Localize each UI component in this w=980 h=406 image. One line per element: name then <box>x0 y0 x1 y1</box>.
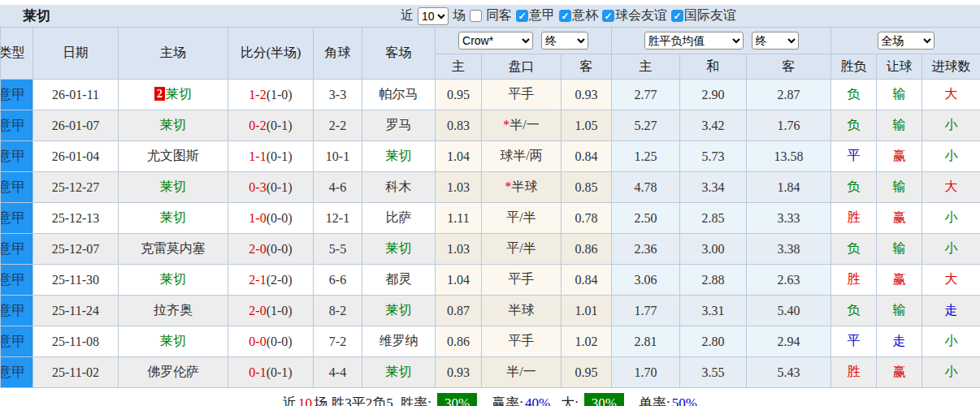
corner-cell: 7-2 <box>314 326 362 357</box>
halftime-score: (0-0) <box>267 335 293 348</box>
away-team-name: 维罗纳 <box>379 334 418 348</box>
home-team-cell: 莱切 <box>119 326 228 357</box>
home-team-cell: 尤文图斯 <box>119 141 228 172</box>
fulltime-score: 0-3 <box>249 180 266 194</box>
rank-badge: 2 <box>154 87 165 101</box>
filter-item: 意杯 <box>559 7 598 24</box>
away-team-name: 比萨 <box>386 210 412 224</box>
table-row: 意甲 25-12-13 莱切 1-0(0-0) 12-1 比萨 1.11 平/半… <box>1 203 980 234</box>
odds-home-cell: 0.93 <box>436 357 482 388</box>
spread-result-cell: 输 <box>877 110 922 141</box>
avg-home-cell: 1.70 <box>612 357 680 388</box>
handicap-cell: 平手 <box>482 326 562 357</box>
away-team-name: 莱切 <box>386 149 412 162</box>
home-team-cell: 莱切 <box>119 203 228 234</box>
league-cell: 意甲 <box>1 357 33 388</box>
home-team-name: 尤文图斯 <box>147 149 199 162</box>
table-row: 意甲 25-12-07 克雷莫内塞 2-0(0-0) 5-5 莱切 1.03 平… <box>1 234 980 265</box>
handicap-cell: *半球 <box>482 172 562 203</box>
avg-draw-cell: 2.90 <box>680 80 747 110</box>
corner-cell: 3-3 <box>314 80 362 110</box>
home-team-cell: 莱切 <box>119 110 228 141</box>
score-cell: 0-2(0-1) <box>228 110 314 141</box>
goals-result-cell: 小 <box>922 357 980 388</box>
result-cell: 负 <box>831 234 877 265</box>
avg-draw-cell: 3.00 <box>680 234 747 265</box>
avg-draw-cell: 3.55 <box>680 357 747 388</box>
halftime-score: (0-1) <box>267 180 293 194</box>
profit-value: 40% <box>525 395 550 406</box>
sub-header-odds-away: 客 <box>562 54 612 80</box>
filter-item: 球会友谊 <box>602 7 667 24</box>
avg-time-select[interactable]: 终 <box>752 32 799 50</box>
sub-header-avg-away: 客 <box>747 54 831 80</box>
score-cell: 2-0(0-0) <box>228 234 314 265</box>
sub-header-spread: 让球 <box>877 54 922 80</box>
corner-cell: 10-1 <box>314 141 362 172</box>
away-team-cell: 罗马 <box>362 110 436 141</box>
match-count-select[interactable]: 10 <box>418 7 449 25</box>
col-header-away: 客场 <box>362 28 436 80</box>
league-cell: 意甲 <box>1 80 33 110</box>
league-cell: 意甲 <box>1 265 33 296</box>
match-history-panel: 莱切 近 10 场 同客 意甲意杯球会友谊国际友谊 类型 日期 主场 比分(半场… <box>0 0 980 406</box>
handicap-text: 半球 <box>509 303 535 317</box>
spread-result-cell: 赢 <box>877 357 922 388</box>
spread-result-cell: 赢 <box>877 203 922 234</box>
avg-away-cell: 1.84 <box>747 172 831 203</box>
odds-time-select[interactable]: 终 <box>541 32 588 50</box>
home-team-name: 佛罗伦萨 <box>147 365 199 378</box>
match-table: 类型 日期 主场 比分(半场) 角球 客场 Crow* 终 胜平负均值 终 <box>0 27 980 388</box>
goals-result-cell: 小 <box>922 234 980 265</box>
near-label: 近 <box>401 7 414 24</box>
single-label: 单率: <box>639 394 670 406</box>
halftime-score: (0-1) <box>267 149 293 163</box>
corner-cell: 5-5 <box>314 234 362 265</box>
filter-checkbox[interactable] <box>559 10 571 22</box>
avg-draw-cell: 3.31 <box>680 296 747 326</box>
result-cell: 胜 <box>831 203 877 234</box>
sub-header-avg-draw: 和 <box>680 54 747 80</box>
date-cell: 26-01-04 <box>33 141 119 172</box>
league-cell: 意甲 <box>1 141 33 172</box>
avg-away-cell: 2.63 <box>747 265 831 296</box>
spread-result-cell: 输 <box>877 172 922 203</box>
odds-away-cell: 0.84 <box>562 265 612 296</box>
corner-cell: 4-6 <box>314 172 362 203</box>
handicap-cell: 平/半 <box>482 234 562 265</box>
corner-cell: 12-1 <box>314 203 362 234</box>
home-team-cell: 莱切 <box>119 265 228 296</box>
home-team-name: 莱切 <box>160 179 186 193</box>
avg-home-cell: 2.81 <box>612 326 680 357</box>
odds-source-select[interactable]: Crow* <box>458 32 533 50</box>
avg-away-cell: 5.43 <box>747 357 831 388</box>
away-team-name: 莱切 <box>386 303 412 317</box>
scope-select[interactable]: 全场 <box>878 32 934 50</box>
filter-controls: 近 10 场 同客 意甲意杯球会友谊国际友谊 <box>401 7 736 25</box>
filter-label: 球会友谊 <box>615 7 667 24</box>
filter-checkbox[interactable] <box>671 10 683 22</box>
avg-draw-cell: 2.80 <box>680 326 747 357</box>
spread-result-cell: 赢 <box>877 265 922 296</box>
spread-result-cell: 走 <box>877 326 922 357</box>
avg-away-cell: 3.33 <box>747 203 831 234</box>
matches-label: 场 <box>453 7 466 24</box>
handicap-cell: 平/半 <box>482 203 562 234</box>
table-row: 意甲 26-01-11 2莱切 1-2(1-0) 3-3 帕尔马 0.95 平手… <box>1 80 980 110</box>
league-cell: 意甲 <box>1 203 33 234</box>
same-away-checkbox[interactable] <box>470 10 482 22</box>
filter-checkbox[interactable] <box>602 10 614 22</box>
away-team-name: 科木 <box>386 179 412 193</box>
date-cell: 25-11-08 <box>33 326 119 357</box>
goals-result-cell: 走 <box>922 296 980 326</box>
home-team-name: 莱切 <box>160 334 186 348</box>
fulltime-score: 2-0 <box>249 242 266 256</box>
avg-home-cell: 3.06 <box>612 265 680 296</box>
single-value: 50% <box>672 395 697 406</box>
halftime-score: (2-0) <box>267 273 293 287</box>
handicap-star: * <box>505 179 512 193</box>
filter-checkbox[interactable] <box>516 10 528 22</box>
handicap-text: 半球 <box>512 179 538 193</box>
away-team-cell: 莱切 <box>362 296 436 326</box>
avg-type-select[interactable]: 胜平负均值 <box>644 32 744 50</box>
